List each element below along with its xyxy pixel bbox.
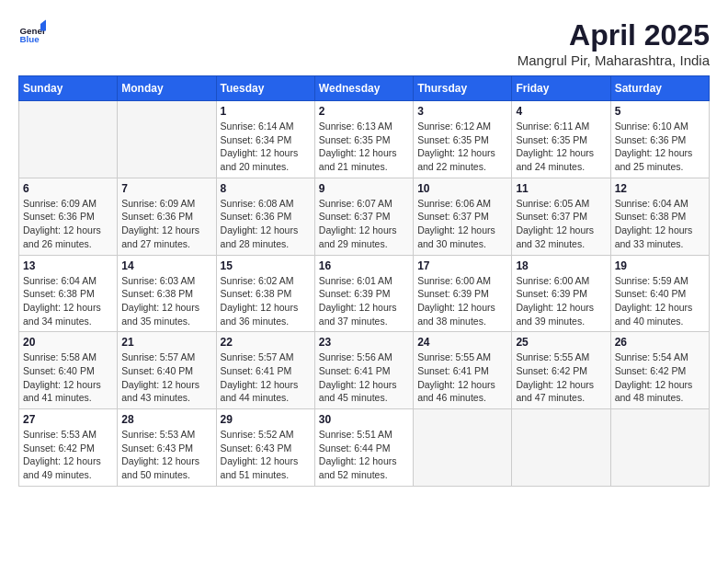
day-info: Sunrise: 6:02 AM Sunset: 6:38 PM Dayligh… [221, 274, 311, 328]
calendar-cell: 17Sunrise: 6:00 AM Sunset: 6:39 PM Dayli… [414, 255, 512, 332]
day-info: Sunrise: 5:57 AM Sunset: 6:40 PM Dayligh… [121, 350, 211, 405]
day-number: 1 [221, 105, 311, 118]
day-info: Sunrise: 5:55 AM Sunset: 6:42 PM Dayligh… [516, 350, 606, 405]
day-info: Sunrise: 6:00 AM Sunset: 6:39 PM Dayligh… [516, 274, 606, 328]
weekday-header: Tuesday [216, 76, 314, 101]
calendar-cell [19, 101, 118, 178]
calendar-cell: 29Sunrise: 5:52 AM Sunset: 6:43 PM Dayli… [216, 409, 314, 487]
weekday-header: Monday [118, 76, 216, 101]
day-number: 3 [417, 105, 507, 118]
day-info: Sunrise: 6:05 AM Sunset: 6:37 PM Dayligh… [516, 197, 606, 251]
day-info: Sunrise: 5:52 AM Sunset: 6:43 PM Dayligh… [221, 428, 311, 482]
calendar-header: SundayMondayTuesdayWednesdayThursdayFrid… [19, 76, 710, 101]
day-number: 2 [319, 105, 409, 118]
day-number: 8 [221, 182, 311, 195]
day-number: 14 [121, 259, 211, 272]
month-title: April 2025 [518, 18, 710, 52]
day-info: Sunrise: 6:10 AM Sunset: 6:36 PM Dayligh… [615, 120, 705, 174]
day-number: 10 [417, 182, 507, 195]
day-info: Sunrise: 6:07 AM Sunset: 6:37 PM Dayligh… [319, 197, 409, 251]
calendar-table: SundayMondayTuesdayWednesdayThursdayFrid… [18, 75, 710, 487]
calendar-cell: 8Sunrise: 6:08 AM Sunset: 6:36 PM Daylig… [216, 178, 314, 255]
calendar-cell: 3Sunrise: 6:12 AM Sunset: 6:35 PM Daylig… [414, 101, 512, 178]
calendar-cell: 18Sunrise: 6:00 AM Sunset: 6:39 PM Dayli… [512, 255, 610, 332]
day-info: Sunrise: 6:01 AM Sunset: 6:39 PM Dayligh… [319, 274, 409, 328]
day-info: Sunrise: 6:00 AM Sunset: 6:39 PM Dayligh… [417, 274, 507, 328]
day-info: Sunrise: 6:12 AM Sunset: 6:35 PM Dayligh… [417, 120, 507, 174]
weekday-header: Thursday [414, 76, 512, 101]
calendar-cell: 15Sunrise: 6:02 AM Sunset: 6:38 PM Dayli… [216, 255, 314, 332]
calendar-cell [610, 409, 709, 487]
day-info: Sunrise: 5:55 AM Sunset: 6:41 PM Dayligh… [417, 350, 507, 405]
day-info: Sunrise: 5:59 AM Sunset: 6:40 PM Dayligh… [615, 274, 705, 328]
calendar-cell [414, 409, 512, 487]
calendar-cell: 5Sunrise: 6:10 AM Sunset: 6:36 PM Daylig… [610, 101, 709, 178]
day-number: 17 [417, 259, 507, 272]
day-number: 23 [319, 336, 409, 349]
day-info: Sunrise: 6:03 AM Sunset: 6:38 PM Dayligh… [121, 274, 211, 328]
calendar-cell: 10Sunrise: 6:06 AM Sunset: 6:37 PM Dayli… [414, 178, 512, 255]
day-number: 6 [23, 182, 113, 195]
calendar-cell: 1Sunrise: 6:14 AM Sunset: 6:34 PM Daylig… [216, 101, 314, 178]
day-info: Sunrise: 6:08 AM Sunset: 6:36 PM Dayligh… [221, 197, 311, 251]
weekday-header: Friday [512, 76, 610, 101]
weekday-header: Saturday [610, 76, 709, 101]
calendar-cell: 26Sunrise: 5:54 AM Sunset: 6:42 PM Dayli… [610, 332, 709, 409]
calendar-cell: 30Sunrise: 5:51 AM Sunset: 6:44 PM Dayli… [314, 409, 413, 487]
day-info: Sunrise: 5:57 AM Sunset: 6:41 PM Dayligh… [221, 350, 311, 405]
calendar-cell [512, 409, 610, 487]
logo: General Blue [18, 18, 46, 46]
calendar-cell: 21Sunrise: 5:57 AM Sunset: 6:40 PM Dayli… [118, 332, 216, 409]
day-info: Sunrise: 5:54 AM Sunset: 6:42 PM Dayligh… [615, 350, 705, 405]
header-row: SundayMondayTuesdayWednesdayThursdayFrid… [19, 76, 710, 101]
calendar-cell: 14Sunrise: 6:03 AM Sunset: 6:38 PM Dayli… [118, 255, 216, 332]
svg-text:Blue: Blue [20, 34, 40, 44]
day-number: 16 [319, 259, 409, 272]
day-info: Sunrise: 5:53 AM Sunset: 6:42 PM Dayligh… [23, 428, 113, 482]
calendar-cell: 9Sunrise: 6:07 AM Sunset: 6:37 PM Daylig… [314, 178, 413, 255]
calendar-cell: 16Sunrise: 6:01 AM Sunset: 6:39 PM Dayli… [314, 255, 413, 332]
calendar-cell: 6Sunrise: 6:09 AM Sunset: 6:36 PM Daylig… [19, 178, 118, 255]
day-number: 7 [121, 182, 211, 195]
calendar-cell [118, 101, 216, 178]
day-number: 30 [319, 413, 409, 426]
day-number: 27 [23, 413, 113, 426]
day-number: 25 [516, 336, 606, 349]
calendar-cell: 2Sunrise: 6:13 AM Sunset: 6:35 PM Daylig… [314, 101, 413, 178]
calendar-body: 1Sunrise: 6:14 AM Sunset: 6:34 PM Daylig… [19, 101, 710, 487]
day-info: Sunrise: 5:51 AM Sunset: 6:44 PM Dayligh… [319, 428, 409, 482]
day-number: 9 [319, 182, 409, 195]
day-number: 26 [615, 336, 705, 349]
calendar-week-row: 6Sunrise: 6:09 AM Sunset: 6:36 PM Daylig… [19, 178, 710, 255]
calendar-cell: 28Sunrise: 5:53 AM Sunset: 6:43 PM Dayli… [118, 409, 216, 487]
calendar-week-row: 13Sunrise: 6:04 AM Sunset: 6:38 PM Dayli… [19, 255, 710, 332]
weekday-header: Sunday [19, 76, 118, 101]
day-info: Sunrise: 5:58 AM Sunset: 6:40 PM Dayligh… [23, 350, 113, 405]
day-info: Sunrise: 6:11 AM Sunset: 6:35 PM Dayligh… [516, 120, 606, 174]
location-title: Mangrul Pir, Maharashtra, India [518, 52, 710, 68]
day-info: Sunrise: 6:06 AM Sunset: 6:37 PM Dayligh… [417, 197, 507, 251]
day-number: 28 [121, 413, 211, 426]
day-number: 18 [516, 259, 606, 272]
calendar-cell: 4Sunrise: 6:11 AM Sunset: 6:35 PM Daylig… [512, 101, 610, 178]
day-number: 4 [516, 105, 606, 118]
day-info: Sunrise: 6:04 AM Sunset: 6:38 PM Dayligh… [615, 197, 705, 251]
calendar-cell: 19Sunrise: 5:59 AM Sunset: 6:40 PM Dayli… [610, 255, 709, 332]
day-number: 5 [615, 105, 705, 118]
calendar-cell: 7Sunrise: 6:09 AM Sunset: 6:36 PM Daylig… [118, 178, 216, 255]
title-block: April 2025 Mangrul Pir, Maharashtra, Ind… [518, 18, 710, 68]
calendar-week-row: 27Sunrise: 5:53 AM Sunset: 6:42 PM Dayli… [19, 409, 710, 487]
day-number: 29 [221, 413, 311, 426]
day-info: Sunrise: 5:53 AM Sunset: 6:43 PM Dayligh… [121, 428, 211, 482]
day-number: 19 [615, 259, 705, 272]
day-number: 11 [516, 182, 606, 195]
day-info: Sunrise: 6:13 AM Sunset: 6:35 PM Dayligh… [319, 120, 409, 174]
calendar-cell: 13Sunrise: 6:04 AM Sunset: 6:38 PM Dayli… [19, 255, 118, 332]
day-info: Sunrise: 6:14 AM Sunset: 6:34 PM Dayligh… [221, 120, 311, 174]
calendar-cell: 12Sunrise: 6:04 AM Sunset: 6:38 PM Dayli… [610, 178, 709, 255]
page-header: General Blue April 2025 Mangrul Pir, Mah… [18, 18, 710, 68]
day-info: Sunrise: 6:09 AM Sunset: 6:36 PM Dayligh… [121, 197, 211, 251]
calendar-week-row: 20Sunrise: 5:58 AM Sunset: 6:40 PM Dayli… [19, 332, 710, 409]
calendar-cell: 22Sunrise: 5:57 AM Sunset: 6:41 PM Dayli… [216, 332, 314, 409]
day-number: 13 [23, 259, 113, 272]
